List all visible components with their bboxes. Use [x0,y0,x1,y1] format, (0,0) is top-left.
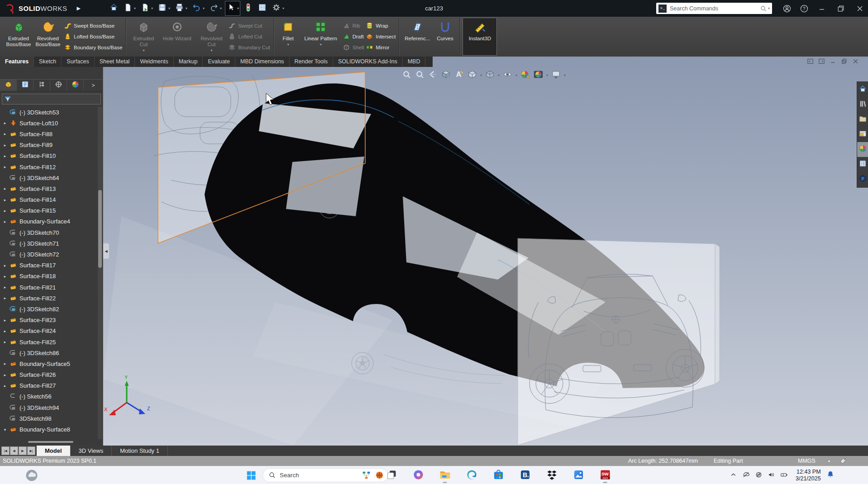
tree-expand-icon[interactable]: ▸ [2,186,8,191]
dropdown-caret-icon[interactable]: ▾ [498,73,500,77]
search-highlight-flow-icon[interactable] [362,470,371,480]
tree-expand-icon[interactable]: ▸ [2,285,8,289]
taskbar-search-input[interactable]: Search [280,472,358,479]
reference-plane-front[interactable] [518,238,720,445]
tree-item-surface-fill25[interactable]: ▸Surface-Fill25 [0,337,97,347]
panel-collapse-handle[interactable]: ◀ [103,243,109,259]
dropdown-caret-icon[interactable]: ▾ [546,73,548,77]
display-style-button[interactable] [484,69,496,82]
ribbon-linear-pattern-button[interactable]: Linear Pattern▾ [300,18,342,56]
tree-scrollbar-thumb[interactable] [98,190,102,268]
dropdown-caret-icon[interactable]: ▾ [564,73,566,77]
tree-expand-icon[interactable]: ▸ [2,329,8,333]
tab-features[interactable]: Features [0,57,34,67]
tree-item-surface-fill13[interactable]: ▸Surface-Fill13 [0,183,97,194]
tab-evaluate[interactable]: Evaluate [203,57,235,67]
tree-expand-icon[interactable]: ▸ [2,198,8,202]
tray-battery-button[interactable] [780,471,788,480]
panel-tab-configurationmanager[interactable] [33,80,50,91]
tab-nav-next[interactable]: ▶ [19,446,27,455]
zoom-to-area-button[interactable] [414,69,425,82]
tree-expand-icon[interactable]: ▸ [2,296,8,300]
dropdown-caret-icon[interactable]: ▾ [515,73,517,77]
dropdown-caret-icon[interactable]: ▾ [480,73,482,77]
tab-3d-views[interactable]: 3D Views [71,446,112,456]
help-button[interactable]: ? [796,0,812,17]
tab-weldments[interactable]: Weldments [135,57,173,67]
tree-expand-icon[interactable]: ▾ [2,427,8,432]
tree-expand-icon[interactable]: ▸ [2,219,8,224]
pane-left-icon[interactable] [806,57,814,67]
tree-expand-icon[interactable]: ▸ [2,274,8,279]
ribbon-instant3d-button[interactable]: Instant3D [463,18,497,56]
ribbon-mirror-button[interactable]: Mirror [366,43,396,52]
dropdown-caret-icon[interactable]: ▾ [143,49,144,52]
apply-scene-button[interactable] [533,69,544,82]
tray-onedrive-offline-button[interactable] [742,471,750,480]
tab-motion-study-1[interactable]: Motion Study 1 [112,446,168,456]
status-units[interactable]: MMGS [798,456,816,466]
taskbar-file-explorer-button[interactable] [437,468,453,483]
task-pane-forum[interactable] [857,172,868,187]
taskbar-photos-button[interactable] [571,468,586,483]
tree-item-surface-fill9[interactable]: ▸Surface-Fill9 [0,140,97,151]
taskbar-task-view-button[interactable] [384,468,399,483]
pane-right-icon[interactable] [818,57,825,67]
tree-item-surface-fill21[interactable]: ▸Surface-Fill21 [0,282,97,293]
zoom-to-fit-button[interactable] [401,69,412,82]
ribbon-fillet-button[interactable]: Fillet▾ [277,18,300,56]
taskbar-b-app-button[interactable]: B. [517,468,533,483]
tree-item-surface-fill23[interactable]: ▸Surface-Fill23 [0,315,97,326]
tab-render-tools[interactable]: Render Tools [290,57,333,67]
tree-expand-icon[interactable]: ▸ [2,209,8,213]
search-input[interactable]: Search Commands [670,5,757,12]
tree-expand-icon[interactable]: ▸ [2,318,8,323]
tab-nav-first[interactable]: |◀ [1,446,10,455]
account-button[interactable] [779,0,795,17]
section-view-button[interactable] [440,69,452,82]
taskbar-copilot-button[interactable] [410,468,426,483]
tray-chevron-up-button[interactable] [730,471,737,480]
edit-appearance-button[interactable] [520,69,531,82]
ribbon-curves-button[interactable]: Curves [433,18,457,56]
ribbon-extruded-boss-base-button[interactable]: Extruded Boss/Base [4,18,33,56]
taskbar-microsoft-store-button[interactable] [491,468,506,483]
tree-scrollbar[interactable] [98,107,102,439]
tree-item-surface-fill12[interactable]: ▸Surface-Fill12 [0,161,97,172]
doc-minimize-icon[interactable] [829,57,837,67]
tree-item-surface-fill10[interactable]: ▸Surface-Fill10 [0,151,97,161]
tree-expand-icon[interactable]: ▸ [2,361,8,366]
viewport-canvas[interactable]: Y X Z [103,67,868,446]
tree-expand-icon[interactable]: ▸ [2,263,8,268]
tree-expand-icon[interactable]: ▸ [2,143,8,147]
panel-tab-featuremanager-design-tree[interactable] [0,80,17,91]
tab-sheet-metal[interactable]: Sheet Metal [95,57,135,67]
annotations-button[interactable]: A [453,69,465,82]
doc-restore-icon[interactable] [840,57,848,67]
tree-expand-icon[interactable]: ▸ [2,121,8,125]
panel-tab-propertymanager[interactable] [17,80,33,91]
notification-bell-button[interactable] [826,470,835,481]
doc-close-icon[interactable] [852,57,859,67]
search-magnifier-icon[interactable]: ▾ [760,5,770,12]
ribbon-intersect-button[interactable]: Intersect [366,32,396,42]
tree-item-boundary-surface4[interactable]: ▸Boundary-Surface4 [0,216,97,227]
tree-item-3dsketch86[interactable]: 3D(-) 3DSketch86 [0,347,97,358]
tab-solidworks-add-ins[interactable]: SOLIDWORKS Add-Ins [333,57,403,67]
ribbon-draft-button[interactable]: Draft [343,32,364,42]
taskbar-solidworks-2023-button[interactable]: SW2023 [597,468,613,483]
task-pane-home[interactable] [857,82,868,97]
tree-item-surface-fill18[interactable]: ▸Surface-Fill18 [0,271,97,282]
command-search[interactable]: >_ Search Commands ▾ [656,3,772,14]
tree-item-surface-fill22[interactable]: ▸Surface-Fill22 [0,293,97,304]
tab-mbd-dimensions[interactable]: MBD Dimensions [235,57,290,67]
tree-item-3dsketch70[interactable]: 3D(-) 3DSketch70 [0,227,97,238]
tree-expand-icon[interactable]: ▸ [2,340,8,344]
task-pane-design-library[interactable] [857,97,868,112]
tree-item-surface-loft10[interactable]: ▸Surface-Loft10 [0,118,97,128]
tab-mbd[interactable]: MBD [403,57,426,67]
tab-markup[interactable]: Markup [174,57,203,67]
tree-item-3dsketch71[interactable]: 3D(-) 3DSketch71 [0,238,97,249]
tree-item-3dsketch94[interactable]: 3D(-) 3DSketch94 [0,402,97,413]
tree-expand-icon[interactable]: ▸ [2,132,8,136]
